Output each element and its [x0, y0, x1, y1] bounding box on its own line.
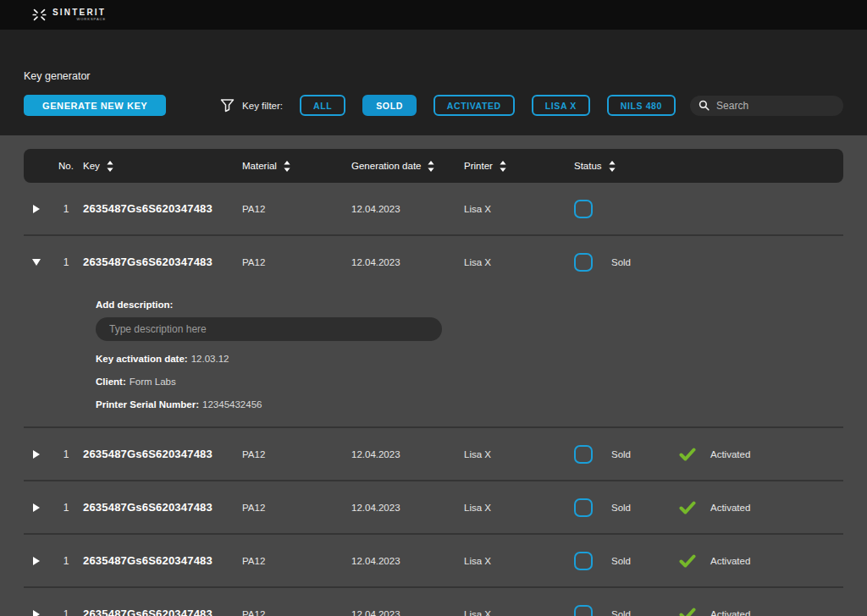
- filter-button-activated[interactable]: ACTIVATED: [434, 95, 515, 116]
- activated-check-icon: [679, 448, 696, 461]
- key-activation-date-line: Key activation date:12.03.12: [96, 354, 843, 364]
- sinterit-starburst-icon: [32, 8, 47, 22]
- keys-table: No. Key Material Generation date: [0, 135, 867, 616]
- printer-value: Lisa X: [464, 609, 574, 616]
- description-input[interactable]: [96, 317, 442, 341]
- sort-icon[interactable]: [500, 161, 506, 172]
- generate-new-key-button[interactable]: GENERATE NEW KEY: [24, 95, 166, 116]
- filter-button-nils-480[interactable]: NILS 480: [607, 95, 676, 116]
- generation-date-value: 12.04.2023: [351, 609, 464, 616]
- sort-icon[interactable]: [428, 161, 434, 172]
- key-value: 2635487Gs6S620347483: [83, 202, 242, 215]
- column-header-material[interactable]: Material: [242, 161, 351, 172]
- expand-row-button[interactable]: [24, 588, 49, 616]
- column-header-key[interactable]: Key: [83, 161, 242, 172]
- sold-status-label: Sold: [611, 257, 654, 267]
- status-cell: Sold Activated: [574, 498, 843, 517]
- sold-checkbox[interactable]: [574, 552, 593, 570]
- status-cell: [574, 200, 843, 218]
- generation-date-value: 12.04.2023: [351, 257, 464, 267]
- column-header-no-[interactable]: No.: [49, 161, 83, 171]
- key-value: 2635487Gs6S620347483: [83, 554, 242, 567]
- column-header-status[interactable]: Status: [574, 161, 843, 172]
- activated-status: Activated: [679, 608, 750, 616]
- expand-arrow-icon: [32, 259, 41, 266]
- sort-icon[interactable]: [609, 161, 616, 172]
- generation-date-value: 12.04.2023: [351, 556, 464, 566]
- activated-status-label: Activated: [710, 556, 750, 566]
- row-number: 1: [49, 502, 83, 514]
- table-row: 1 2635487Gs6S620347483 PA12 12.04.2023 L…: [24, 236, 843, 428]
- row-number: 1: [49, 555, 83, 567]
- row-number: 1: [49, 448, 83, 460]
- filter-button-all[interactable]: ALL: [300, 95, 345, 116]
- expand-arrow-icon: [33, 557, 40, 565]
- activated-status-label: Activated: [710, 503, 750, 513]
- page-title: Key generator: [24, 30, 843, 82]
- table-header-row: No. Key Material Generation date: [24, 149, 843, 183]
- printer-value: Lisa X: [464, 449, 574, 459]
- generation-date-value: 12.04.2023: [351, 449, 464, 459]
- sold-status-label: Sold: [611, 556, 654, 566]
- logo-subtext: WORKSPACE: [76, 17, 106, 21]
- sort-icon[interactable]: [107, 161, 113, 172]
- material-value: PA12: [242, 556, 351, 566]
- generation-date-value: 12.04.2023: [351, 503, 464, 513]
- expand-row-button[interactable]: [24, 183, 49, 234]
- sold-checkbox[interactable]: [574, 200, 593, 218]
- printer-value: Lisa X: [464, 257, 574, 267]
- page-header: Key generator GENERATE NEW KEY Key filte…: [0, 30, 867, 135]
- activated-check-icon: [679, 554, 696, 568]
- row-number: 1: [49, 256, 83, 268]
- top-bar: SINTERIT WORKSPACE: [0, 0, 867, 30]
- table-row: 1 2635487Gs6S620347483 PA12 12.04.2023 L…: [24, 183, 843, 236]
- material-value: PA12: [242, 204, 351, 214]
- status-cell: Sold Activated: [574, 445, 843, 464]
- column-header-printer[interactable]: Printer: [464, 161, 574, 172]
- expand-arrow-icon: [33, 610, 40, 616]
- sold-checkbox[interactable]: [574, 498, 593, 517]
- filter-funnel-icon: [220, 98, 235, 113]
- printer-serial-line: Printer Serial Number:12345432456: [96, 399, 843, 410]
- activated-status-label: Activated: [710, 609, 750, 616]
- status-cell: Sold Activated: [574, 605, 843, 616]
- expand-row-button[interactable]: [24, 535, 49, 586]
- printer-value: Lisa X: [464, 204, 574, 214]
- table-row: 1 2635487Gs6S620347483 PA12 12.04.2023 L…: [24, 588, 843, 616]
- expand-arrow-icon: [33, 503, 40, 512]
- activated-check-icon: [679, 608, 696, 616]
- generation-date-value: 12.04.2023: [351, 204, 464, 214]
- key-filter-group: Key filter: ALLSOLDACTIVATEDLISA XNILS 4…: [220, 95, 676, 116]
- sold-checkbox[interactable]: [574, 445, 593, 464]
- sinterit-logo: SINTERIT WORKSPACE: [32, 8, 106, 22]
- expand-row-button[interactable]: [24, 481, 49, 533]
- sold-checkbox[interactable]: [574, 605, 593, 616]
- sort-icon[interactable]: [284, 161, 290, 172]
- row-number: 1: [49, 203, 83, 215]
- table-row: 1 2635487Gs6S620347483 PA12 12.04.2023 L…: [24, 535, 843, 588]
- printer-value: Lisa X: [464, 503, 574, 513]
- activated-status: Activated: [679, 554, 750, 568]
- add-description-label: Add description:: [96, 300, 843, 310]
- row-number: 1: [49, 608, 83, 616]
- search-box[interactable]: [690, 96, 843, 116]
- sold-checkbox[interactable]: [574, 253, 593, 272]
- expand-row-button[interactable]: [24, 428, 49, 480]
- expand-row-button[interactable]: [24, 236, 49, 288]
- filter-button-lisa-x[interactable]: LISA X: [532, 95, 590, 116]
- column-header-generation-date[interactable]: Generation date: [351, 161, 464, 172]
- toolbar: GENERATE NEW KEY Key filter: ALLSOLDACTI…: [24, 95, 843, 116]
- table-body: 1 2635487Gs6S620347483 PA12 12.04.2023 L…: [24, 183, 843, 616]
- filter-button-sold[interactable]: SOLD: [362, 95, 417, 116]
- table-row: 1 2635487Gs6S620347483 PA12 12.04.2023 L…: [24, 481, 843, 535]
- material-value: PA12: [242, 503, 351, 513]
- sold-status-label: Sold: [611, 503, 654, 513]
- sold-status-label: Sold: [611, 609, 654, 616]
- key-filter-label: Key filter:: [242, 101, 283, 111]
- material-value: PA12: [242, 257, 351, 267]
- row-detail-panel: Add description: Key activation date:12.…: [24, 288, 843, 426]
- activated-status-label: Activated: [710, 449, 750, 459]
- key-value: 2635487Gs6S620347483: [83, 448, 242, 460]
- expand-arrow-icon: [33, 205, 40, 213]
- search-input[interactable]: [716, 100, 835, 112]
